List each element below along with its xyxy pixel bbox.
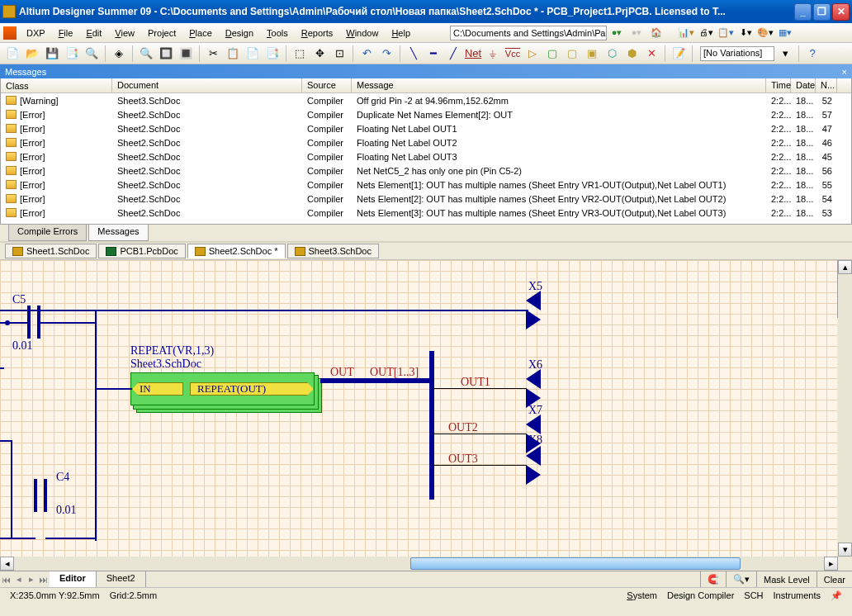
print-icon[interactable]: 🖨▾ — [697, 25, 715, 41]
noerc-icon[interactable]: ✕ — [642, 45, 660, 63]
part-icon[interactable]: ▷ — [523, 45, 542, 63]
message-row[interactable]: [Error] Sheet2.SchDoc Compiler Floating … — [1, 121, 851, 135]
status-design-compiler[interactable]: Design Compiler — [662, 590, 739, 600]
close-button[interactable]: ✕ — [832, 3, 850, 21]
deselect-icon[interactable]: ⊡ — [330, 45, 348, 63]
device-icon[interactable]: ▣ — [583, 45, 601, 63]
doctab-sheet1[interactable]: Sheet1.SchDoc — [5, 244, 97, 258]
tab-prev-icon[interactable]: ◂ — [12, 571, 25, 587]
vertical-scrollbar[interactable]: ▴ ▾ — [838, 260, 852, 557]
menu-edit[interactable]: Edit — [79, 26, 108, 40]
menu-view[interactable]: View — [108, 26, 141, 40]
magnet-icon[interactable]: 🧲 — [700, 571, 726, 587]
preview-icon[interactable]: 🔍 — [83, 45, 101, 63]
scroll-right-icon[interactable]: ▸ — [824, 557, 838, 571]
copy-icon[interactable]: 📋 — [224, 45, 242, 63]
messages-close-icon[interactable]: × — [842, 67, 847, 77]
tab-editor[interactable]: Editor — [50, 571, 97, 587]
gnd-icon[interactable]: ⏚ — [484, 45, 502, 63]
zoom-area-icon[interactable]: 🔲 — [157, 45, 175, 63]
sheetentry-icon[interactable]: ▢ — [563, 45, 581, 63]
message-row[interactable]: [Error] Sheet2.SchDoc Compiler Floating … — [1, 149, 851, 163]
message-row[interactable]: [Error] Sheet2.SchDoc Compiler Nets Elem… — [1, 192, 851, 206]
menu-tools[interactable]: Tools — [260, 26, 295, 40]
message-row[interactable]: [Error] Sheet2.SchDoc Compiler Nets Elem… — [1, 206, 851, 220]
menu-dxp[interactable]: DXP — [20, 26, 52, 40]
status-instruments[interactable]: Instruments — [769, 590, 826, 600]
scroll-left-icon[interactable]: ◂ — [0, 557, 14, 571]
select-rect-icon[interactable]: ⬚ — [291, 45, 309, 63]
open-icon[interactable]: 📂 — [23, 45, 41, 63]
col-time-header[interactable]: Time — [766, 78, 791, 92]
wire-icon[interactable]: ╲ — [405, 45, 423, 63]
minimize-button[interactable]: _ — [794, 3, 812, 21]
dxp-icon[interactable] — [3, 26, 17, 40]
paste-icon[interactable]: 📄 — [244, 45, 262, 63]
scroll-down-icon[interactable]: ▾ — [838, 543, 852, 557]
doctab-sheet2[interactable]: Sheet2.SchDoc * — [187, 244, 286, 258]
save-icon[interactable]: 💾 — [43, 45, 61, 63]
tab-messages[interactable]: Messages — [88, 225, 148, 241]
home-icon[interactable]: 🏠 — [647, 25, 665, 41]
maximize-button[interactable]: ❐ — [813, 3, 831, 21]
clear-button[interactable]: Clear — [816, 571, 852, 587]
path-field[interactable]: C:\Documents and Settings\Admin\Раб — [450, 26, 607, 40]
report-icon[interactable]: 📑 — [63, 45, 81, 63]
horizontal-scrollbar[interactable]: ◂ ▸ — [0, 557, 838, 571]
help-icon[interactable]: ? — [803, 45, 821, 63]
list-icon[interactable]: 📋▾ — [717, 25, 735, 41]
menu-design[interactable]: Design — [219, 26, 260, 40]
undo-icon[interactable]: ↶ — [357, 45, 376, 63]
nav-back-icon[interactable]: ●▾ — [608, 25, 626, 41]
zoom-sel-icon[interactable]: 🔳 — [177, 45, 195, 63]
col-message-header[interactable]: Message — [352, 78, 766, 92]
cut-icon[interactable]: ✂ — [204, 45, 222, 63]
move-icon[interactable]: ✥ — [310, 45, 329, 63]
sheetsym-icon[interactable]: ▢ — [543, 45, 561, 63]
schematic-canvas[interactable]: C5 0.01 C4 0.01 REPEAT(VR,1,3) Sheet3.Sc… — [0, 260, 837, 557]
doctab-pcb1[interactable]: PCB1.PcbDoc — [98, 244, 185, 258]
zoom-doc-icon[interactable]: 🔍 — [137, 45, 155, 63]
caret-icon[interactable]: ⬇▾ — [736, 25, 755, 41]
mask-level-button[interactable]: Mask Level — [756, 571, 816, 587]
message-row[interactable]: [Error] Sheet2.SchDoc Compiler Net NetC5… — [1, 163, 851, 178]
harness-icon[interactable]: ⬡ — [603, 45, 621, 63]
vcc-icon[interactable]: Vcc — [504, 45, 522, 63]
tab-first-icon[interactable]: ⏮ — [0, 571, 12, 587]
menu-place[interactable]: Place — [182, 26, 219, 40]
col-date-header[interactable]: Date — [791, 78, 816, 92]
nav-forward-icon[interactable]: ●▾ — [627, 25, 646, 41]
menu-file[interactable]: File — [52, 26, 80, 40]
theme-icon[interactable]: 🎨▾ — [756, 25, 774, 41]
tab-compile-errors[interactable]: Compile Errors — [8, 225, 87, 241]
col-source-header[interactable]: Source — [302, 78, 352, 92]
menu-window[interactable]: Window — [339, 26, 385, 40]
tab-last-icon[interactable]: ⏭ — [37, 571, 50, 587]
mask-icon[interactable]: 🔍▾ — [726, 571, 756, 587]
doctab-sheet3[interactable]: Sheet3.SchDoc — [287, 244, 379, 258]
bus-icon[interactable]: ━ — [424, 45, 443, 63]
variation-arrow-icon[interactable]: ▾ — [776, 45, 794, 63]
status-sch[interactable]: SCH — [739, 590, 768, 600]
hierarchy-icon[interactable]: ◈ — [110, 45, 128, 63]
col-class-header[interactable]: Class — [1, 78, 112, 92]
netlabel-icon[interactable]: Net — [464, 45, 482, 63]
busentry-icon[interactable]: ╱ — [444, 45, 462, 63]
status-system[interactable]: System — [622, 590, 662, 600]
menu-help[interactable]: Help — [385, 26, 417, 40]
scroll-up-icon[interactable]: ▴ — [838, 260, 852, 274]
redo-icon[interactable]: ↷ — [377, 45, 395, 63]
variation-dropdown[interactable]: [No Variations] — [700, 46, 774, 61]
tab-next-icon[interactable]: ▸ — [25, 571, 37, 587]
message-row[interactable]: [Error] Sheet2.SchDoc Compiler Nets Elem… — [1, 178, 851, 192]
tab-sheet2[interactable]: Sheet2 — [97, 571, 146, 587]
new-icon[interactable]: 📄 — [3, 45, 21, 63]
annotate-icon[interactable]: 📝 — [670, 45, 688, 63]
grid-icon[interactable]: ▦▾ — [776, 25, 794, 41]
chart-icon[interactable]: 📊▾ — [677, 25, 695, 41]
message-row[interactable]: [Error] Sheet2.SchDoc Compiler Floating … — [1, 135, 851, 149]
col-document-header[interactable]: Document — [112, 78, 302, 92]
message-row[interactable]: [Warning] Sheet3.SchDoc Compiler Off gri… — [1, 93, 851, 107]
port-icon[interactable]: ⬢ — [622, 45, 641, 63]
message-row[interactable]: [Error] Sheet2.SchDoc Compiler Duplicate… — [1, 107, 851, 121]
